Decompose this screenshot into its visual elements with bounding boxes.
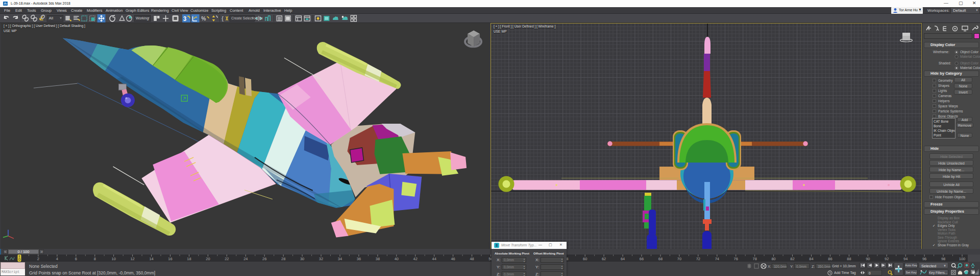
- svg-text:16: 16: [168, 257, 172, 261]
- svg-text:70: 70: [677, 257, 681, 261]
- svg-text:All: All: [49, 16, 54, 20]
- svg-text:94: 94: [903, 257, 908, 261]
- svg-text:48: 48: [470, 257, 474, 261]
- svg-text:98: 98: [941, 257, 945, 261]
- svg-text:88: 88: [847, 257, 851, 261]
- svg-text:40: 40: [395, 257, 399, 261]
- svg-text:68: 68: [658, 257, 663, 261]
- svg-text:66: 66: [640, 257, 644, 261]
- svg-text:22: 22: [225, 257, 229, 261]
- svg-text:60: 60: [583, 257, 587, 261]
- svg-text:44: 44: [432, 257, 436, 261]
- svg-text:72: 72: [696, 257, 700, 261]
- svg-text:4: 4: [56, 257, 58, 261]
- svg-text:80: 80: [771, 257, 775, 261]
- svg-text:6: 6: [75, 257, 77, 261]
- svg-text:34: 34: [338, 257, 342, 261]
- svg-text:8: 8: [94, 257, 96, 261]
- svg-text:%: %: [201, 15, 206, 21]
- svg-text:76: 76: [734, 257, 738, 261]
- svg-text:86: 86: [828, 257, 832, 261]
- svg-text:96: 96: [922, 257, 926, 261]
- svg-text:20: 20: [206, 257, 210, 261]
- svg-text:28: 28: [281, 257, 285, 261]
- svg-text:42: 42: [413, 257, 418, 261]
- svg-text:18: 18: [187, 257, 191, 261]
- svg-text:26: 26: [262, 257, 266, 261]
- svg-text:32: 32: [319, 257, 323, 261]
- svg-text:{: {: [222, 15, 224, 21]
- svg-text:2: 2: [37, 257, 39, 261]
- svg-text:Working: Working: [136, 16, 149, 20]
- svg-text:38: 38: [376, 257, 380, 261]
- svg-text:12: 12: [130, 257, 134, 261]
- svg-text:Create Selection Se: Create Selection Se: [231, 16, 263, 20]
- svg-text:14: 14: [149, 257, 153, 261]
- svg-text:46: 46: [451, 257, 455, 261]
- svg-text:62: 62: [602, 257, 606, 261]
- svg-text:74: 74: [715, 257, 719, 261]
- svg-text:36: 36: [357, 257, 361, 261]
- svg-text:64: 64: [621, 257, 625, 261]
- svg-text:3: 3: [183, 16, 187, 22]
- svg-text:30: 30: [300, 257, 304, 261]
- svg-text:10: 10: [112, 257, 116, 261]
- svg-text:0: 0: [18, 258, 20, 261]
- svg-text:90: 90: [866, 257, 870, 261]
- svg-text:92: 92: [885, 257, 889, 261]
- svg-text:78: 78: [753, 257, 757, 261]
- svg-text:84: 84: [809, 257, 813, 261]
- svg-text:100: 100: [959, 257, 966, 261]
- svg-text:82: 82: [790, 257, 794, 261]
- svg-text:24: 24: [243, 257, 248, 261]
